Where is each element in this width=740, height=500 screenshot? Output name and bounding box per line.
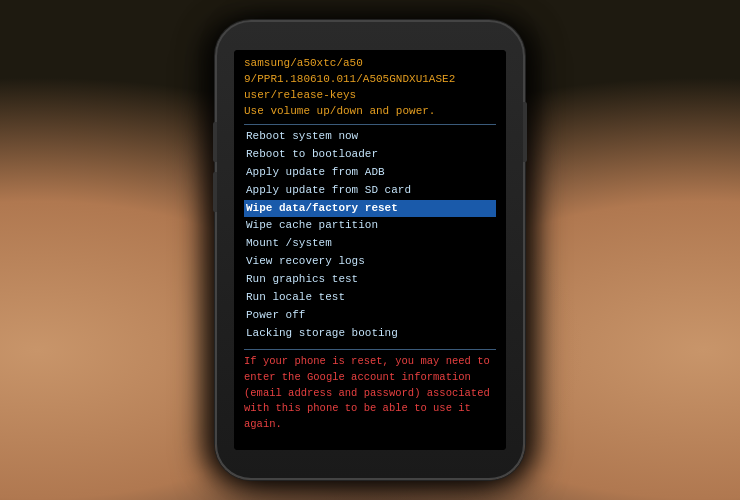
menu-item-graphics-test[interactable]: Run graphics test	[244, 271, 496, 289]
menu-item-lacking-storage[interactable]: Lacking storage booting	[244, 325, 496, 343]
menu-item-reboot-system[interactable]: Reboot system now	[244, 128, 496, 146]
phone-device: samsung/a50xtc/a50 9/PPR1.180610.011/A50…	[215, 20, 525, 480]
scene: samsung/a50xtc/a50 9/PPR1.180610.011/A50…	[0, 0, 740, 500]
menu-item-wipe-data[interactable]: Wipe data/factory reset	[244, 200, 496, 218]
device-header: samsung/a50xtc/a50 9/PPR1.180610.011/A50…	[244, 56, 496, 120]
menu-item-locale-test[interactable]: Run locale test	[244, 289, 496, 307]
divider-top	[244, 124, 496, 125]
warning-section: If your phone is reset, you may need to …	[244, 349, 496, 433]
warning-text: If your phone is reset, you may need to …	[244, 354, 496, 433]
recovery-menu: samsung/a50xtc/a50 9/PPR1.180610.011/A50…	[234, 50, 506, 450]
menu-item-wipe-cache[interactable]: Wipe cache partition	[244, 217, 496, 235]
menu-item-apply-sdcard[interactable]: Apply update from SD card	[244, 182, 496, 200]
menu-item-reboot-bootloader[interactable]: Reboot to bootloader	[244, 146, 496, 164]
menu-item-power-off[interactable]: Power off	[244, 307, 496, 325]
header-line3: user/release-keys	[244, 88, 496, 104]
menu-item-mount-system[interactable]: Mount /system	[244, 235, 496, 253]
menu-item-apply-adb[interactable]: Apply update from ADB	[244, 164, 496, 182]
header-line4: Use volume up/down and power.	[244, 104, 496, 120]
phone-screen: samsung/a50xtc/a50 9/PPR1.180610.011/A50…	[234, 50, 506, 450]
menu-item-view-logs[interactable]: View recovery logs	[244, 253, 496, 271]
header-line2: 9/PPR1.180610.011/A505GNDXU1ASE2	[244, 72, 496, 88]
header-line1: samsung/a50xtc/a50	[244, 56, 496, 72]
menu-list: Reboot system now Reboot to bootloader A…	[244, 128, 496, 343]
